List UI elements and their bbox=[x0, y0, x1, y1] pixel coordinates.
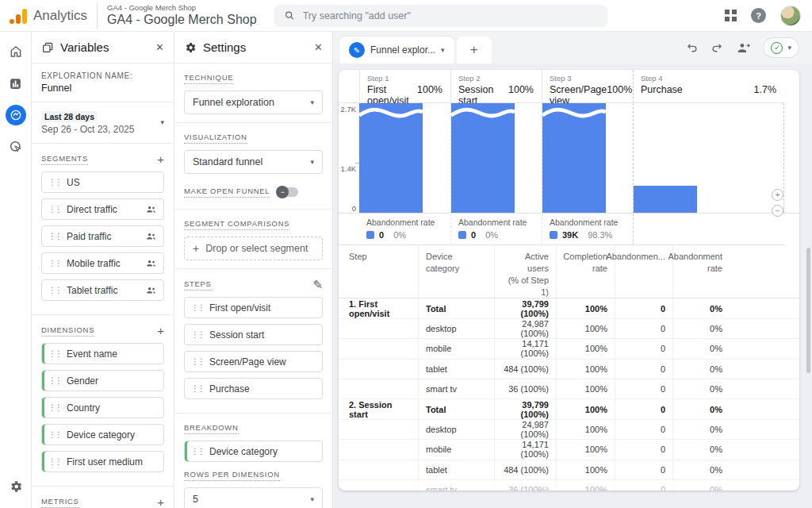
nav-reports-icon[interactable] bbox=[6, 73, 26, 94]
step-chip[interactable]: ⋮⋮Purchase bbox=[184, 378, 323, 399]
zoom-in-icon[interactable]: + bbox=[772, 189, 783, 201]
breakdown-label: BREAKDOWN bbox=[184, 423, 239, 434]
segment-chip[interactable]: ⋮⋮ Mobile traffic bbox=[41, 252, 164, 274]
drag-handle-icon[interactable]: ⋮⋮ bbox=[48, 457, 61, 466]
edit-steps-icon[interactable]: ✎ bbox=[312, 279, 323, 291]
table-row: desktop24,987 (100%)100%00% bbox=[339, 420, 799, 440]
funnel-bar-step-3[interactable] bbox=[542, 103, 606, 213]
dimension-chip[interactable]: ⋮⋮First user medium bbox=[41, 451, 164, 472]
help-icon[interactable]: ? bbox=[751, 8, 766, 23]
dimension-chip[interactable]: ⋮⋮Device category bbox=[41, 424, 164, 445]
segment-comparisons-dropzone[interactable]: + Drop or select segment bbox=[184, 237, 323, 260]
new-tab-button[interactable]: + bbox=[457, 37, 492, 64]
step-chip[interactable]: ⋮⋮First open/visit bbox=[184, 297, 323, 318]
add-metric-icon[interactable]: + bbox=[157, 496, 164, 508]
legend-swatch bbox=[458, 231, 466, 239]
funnel-step-header-4: Step 4 Purchase1.7% bbox=[633, 70, 784, 103]
drag-handle-icon[interactable]: ⋮⋮ bbox=[48, 376, 61, 385]
funnel-card: Step 1 First open/visit100% Step 2 Sessi… bbox=[339, 70, 799, 491]
search-input[interactable] bbox=[303, 10, 598, 21]
close-variables-icon[interactable]: ✕ bbox=[155, 41, 164, 53]
drag-handle-icon[interactable]: ⋮⋮ bbox=[48, 232, 61, 241]
drag-handle-icon[interactable]: ⋮⋮ bbox=[48, 205, 61, 214]
y-axis: 2.7K 1.4K 0 bbox=[339, 103, 359, 213]
date-range-picker[interactable]: Last 28 days Sep 26 - Oct 23, 2025 ▾ bbox=[41, 109, 164, 135]
add-segment-icon[interactable]: + bbox=[157, 153, 164, 165]
segment-chip[interactable]: ⋮⋮ Tablet traffic bbox=[41, 279, 164, 301]
funnel-step-header-2: Step 2 Session start100% bbox=[450, 70, 542, 103]
rows-per-dimension-select[interactable]: 5 ▾ bbox=[184, 487, 323, 508]
table-header-row: Step Device category Active users(% of S… bbox=[339, 245, 799, 298]
chevron-down-icon: ▾ bbox=[310, 495, 314, 503]
segment-chip[interactable]: ⋮⋮ Direct traffic bbox=[41, 198, 164, 220]
abandonment-step-1: Abandonment rate 00% bbox=[359, 214, 450, 245]
toggle-knob: − bbox=[276, 186, 289, 198]
zoom-out-icon[interactable]: − bbox=[772, 205, 783, 217]
table-row: smart tv36 (100%)100%00% bbox=[339, 379, 799, 399]
breadcrumb: GA4 - Google Merch Shop bbox=[107, 4, 257, 13]
exploration-name-value[interactable]: Funnel bbox=[41, 83, 164, 94]
table-row: 1. First open/visitTotal39,799 (100%)100… bbox=[339, 298, 799, 318]
drag-handle-icon[interactable]: ⋮⋮ bbox=[48, 349, 61, 358]
scrollbar[interactable] bbox=[806, 248, 810, 373]
apps-grid-icon[interactable] bbox=[725, 10, 737, 21]
funnel-step-header-1: Step 1 First open/visit100% bbox=[359, 70, 450, 103]
drag-handle-icon[interactable]: ⋮⋮ bbox=[48, 430, 61, 439]
drag-handle-icon[interactable]: ⋮⋮ bbox=[191, 330, 204, 339]
chevron-down-icon: ▾ bbox=[787, 44, 791, 52]
step-chip[interactable]: ⋮⋮Session start bbox=[184, 324, 323, 345]
chevron-down-icon: ▾ bbox=[310, 158, 314, 166]
people-icon bbox=[145, 284, 157, 296]
funnel-bar-step-2[interactable] bbox=[451, 103, 515, 213]
save-status-button[interactable]: ✓ ▾ bbox=[763, 37, 799, 58]
funnel-bar-step-4[interactable] bbox=[634, 186, 697, 214]
funnel-bar-step-1[interactable] bbox=[359, 103, 423, 213]
funnel-step-header-3: Step 3 Screen/Page view100% bbox=[542, 70, 633, 103]
technique-select[interactable]: Funnel exploration ▾ bbox=[184, 90, 323, 114]
technique-label: TECHNIQUE bbox=[184, 73, 233, 84]
visualization-select[interactable]: Standard funnel ▾ bbox=[184, 150, 323, 174]
share-user-icon[interactable] bbox=[736, 40, 751, 56]
breakdown-chip[interactable]: ⋮⋮Device category bbox=[184, 441, 323, 462]
search-bar[interactable] bbox=[274, 5, 607, 27]
check-circle-icon: ✓ bbox=[771, 42, 783, 54]
product-name: Analytics bbox=[33, 8, 87, 24]
redo-icon[interactable] bbox=[710, 41, 724, 55]
drag-handle-icon[interactable]: ⋮⋮ bbox=[191, 384, 204, 393]
people-icon bbox=[145, 203, 157, 215]
nav-home-icon[interactable] bbox=[6, 41, 26, 62]
settings-panel: Settings ✕ TECHNIQUE Funnel exploration … bbox=[174, 32, 333, 508]
date-preset: Last 28 days bbox=[41, 111, 98, 122]
step-chip[interactable]: ⋮⋮Screen/Page view bbox=[184, 351, 323, 372]
drag-handle-icon[interactable]: ⋮⋮ bbox=[191, 357, 204, 366]
nav-advertising-icon[interactable] bbox=[6, 137, 26, 157]
admin-gear-icon[interactable] bbox=[6, 476, 26, 497]
drag-handle-icon[interactable]: ⋮⋮ bbox=[48, 286, 61, 294]
metrics-label: METRICS bbox=[41, 497, 79, 508]
nav-explore-icon[interactable] bbox=[6, 105, 26, 125]
drag-handle-icon[interactable]: ⋮⋮ bbox=[48, 259, 61, 267]
plus-icon: + bbox=[193, 243, 199, 254]
drag-handle-icon[interactable]: ⋮⋮ bbox=[48, 403, 61, 412]
dimension-chip[interactable]: ⋮⋮Event name bbox=[41, 343, 164, 364]
add-dimension-icon[interactable]: + bbox=[157, 325, 164, 337]
dimension-chip[interactable]: ⋮⋮Country bbox=[41, 397, 164, 418]
table-row: mobile14,171 (100%)100%00% bbox=[339, 339, 799, 359]
legend-swatch bbox=[366, 231, 374, 239]
make-open-funnel-toggle[interactable]: − bbox=[278, 187, 298, 197]
drag-handle-icon[interactable]: ⋮⋮ bbox=[191, 447, 204, 456]
dimension-chip[interactable]: ⋮⋮Gender bbox=[41, 370, 164, 391]
drag-handle-icon[interactable]: ⋮⋮ bbox=[48, 178, 61, 187]
segment-chip[interactable]: ⋮⋮ US bbox=[41, 171, 164, 193]
chevron-down-icon: ▾ bbox=[160, 118, 164, 126]
tab-funnel-exploration[interactable]: ✎ Funnel explor... ▾ bbox=[339, 37, 454, 64]
account-switcher[interactable]: GA4 - Google Merch Shop GA4 - Google Mer… bbox=[107, 4, 257, 27]
dimensions-label: DIMENSIONS bbox=[41, 325, 94, 337]
settings-title: Settings bbox=[203, 40, 308, 54]
drag-handle-icon[interactable]: ⋮⋮ bbox=[191, 303, 204, 312]
close-settings-icon[interactable]: ✕ bbox=[314, 41, 323, 53]
edit-tab-icon[interactable]: ✎ bbox=[349, 42, 365, 58]
undo-icon[interactable] bbox=[685, 41, 699, 55]
avatar[interactable] bbox=[780, 6, 801, 26]
segment-chip[interactable]: ⋮⋮ Paid traffic bbox=[41, 225, 164, 247]
